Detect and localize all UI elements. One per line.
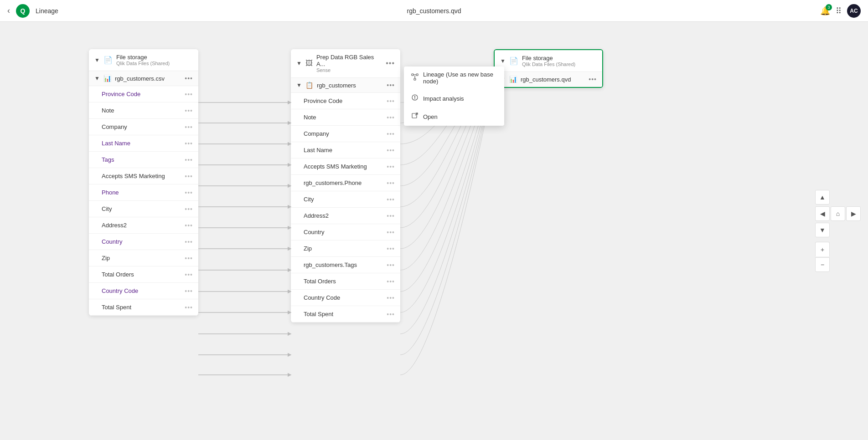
svg-rect-10 — [412, 113, 417, 118]
panel-left-collapse[interactable]: ▼ — [94, 57, 100, 63]
field-row: Note••• — [89, 102, 198, 119]
panel-right-header: ▼ 📄 File storage Qlik Data Files (Shared… — [495, 50, 602, 72]
field-name: Address2 — [102, 222, 185, 229]
panel-left-title: File storage — [116, 54, 193, 61]
field-row: Country••• — [89, 234, 198, 250]
field-row: Address2••• — [291, 208, 400, 224]
panel-mid-source-more[interactable]: ••• — [387, 82, 395, 89]
panel-mid-collapse[interactable]: ▼ — [296, 60, 302, 67]
field-row: Total Orders••• — [291, 273, 400, 290]
context-menu-impact[interactable]: Impact analysis — [404, 89, 504, 107]
nav-up-button[interactable]: ▲ — [815, 190, 830, 205]
field-name: Last Name — [102, 140, 185, 147]
field-row: Accepts SMS Marketing••• — [291, 159, 400, 175]
notifications-button[interactable]: 🔔 3 — [820, 6, 830, 16]
svg-point-9 — [414, 98, 415, 99]
panel-mid-subtitle: Sense — [316, 67, 382, 73]
context-menu-open[interactable]: Open — [404, 107, 504, 126]
panel-mid-fields: Province Code••• Note••• Company••• Last… — [291, 93, 400, 322]
field-row: Company••• — [291, 126, 400, 142]
svg-rect-4 — [414, 78, 416, 80]
field-name: Company — [102, 123, 185, 130]
field-name: Note — [304, 114, 387, 121]
field-name: Country Code — [102, 287, 185, 294]
panel-mid-file-icon: 🖼 — [305, 59, 313, 67]
panel-mid-header: ▼ 🖼 Prep Data RGB Sales A... Sense ••• — [291, 49, 400, 78]
field-row: Tags••• — [89, 152, 198, 168]
lineage-icon — [411, 73, 418, 82]
panel-left: ▼ 📄 File storage Qlik Data Files (Shared… — [89, 49, 198, 316]
panel-right-subtitle: Qlik Data Files (Shared) — [522, 61, 597, 67]
panel-mid-more[interactable]: ••• — [386, 59, 395, 67]
field-row: Total Orders••• — [89, 266, 198, 283]
zoom-out-button[interactable]: − — [815, 257, 830, 272]
panel-left-source-row: ▼ 📊 rgb_customers.csv ••• — [89, 71, 198, 86]
panel-left-source-chevron[interactable]: ▼ — [94, 75, 100, 82]
field-row: rgb_customers.Tags••• — [291, 257, 400, 273]
field-row: Accepts SMS Marketing••• — [89, 168, 198, 184]
context-menu-impact-label: Impact analysis — [423, 95, 464, 102]
open-icon — [411, 112, 418, 121]
field-row: City••• — [89, 201, 198, 217]
back-button[interactable]: ‹ — [7, 6, 10, 15]
field-name: Country Code — [304, 294, 387, 301]
field-row: Province Code••• — [291, 93, 400, 109]
nav-home-button[interactable]: ⌂ — [831, 206, 845, 221]
field-row: Address2••• — [89, 217, 198, 234]
panel-mid: ▼ 🖼 Prep Data RGB Sales A... Sense ••• ▼… — [291, 49, 400, 322]
lineage-label: Lineage — [36, 7, 58, 15]
topbar-right: 🔔 3 ⠿ AC — [820, 4, 861, 18]
field-name: rgb_customers.Phone — [304, 179, 387, 186]
field-row: City••• — [291, 191, 400, 208]
field-name: rgb_customers.Tags — [304, 261, 387, 268]
field-row: Country••• — [291, 224, 400, 240]
field-row: Last Name••• — [291, 142, 400, 159]
field-row: Zip••• — [89, 250, 198, 266]
field-name: City — [102, 205, 185, 212]
context-menu: Lineage (Use as new base node) Impact an… — [404, 67, 504, 126]
zoom-in-button[interactable]: + — [815, 242, 830, 256]
nav-left-button[interactable]: ◀ — [815, 206, 830, 221]
panel-mid-source-chevron[interactable]: ▼ — [296, 82, 302, 88]
panel-mid-title: Prep Data RGB Sales A... — [316, 54, 382, 67]
panel-left-header: ▼ 📄 File storage Qlik Data Files (Shared… — [89, 49, 198, 71]
avatar[interactable]: AC — [847, 4, 861, 18]
field-name: Phone — [102, 189, 185, 196]
panel-left-subtitle: Qlik Data Files (Shared) — [116, 61, 193, 66]
nav-controls: ▲ ◀ ⌂ ▶ ▼ + − — [815, 190, 861, 272]
panel-right-title: File storage — [522, 55, 597, 61]
panel-right-collapse[interactable]: ▼ — [500, 58, 506, 64]
svg-rect-2 — [412, 74, 413, 76]
svg-text:Q: Q — [21, 7, 26, 15]
panel-left-file-icon: 📄 — [103, 56, 113, 64]
panel-right-source-more[interactable]: ••• — [589, 76, 597, 83]
qlik-logo: Q — [16, 4, 30, 18]
field-name: Province Code — [102, 91, 185, 97]
context-menu-lineage[interactable]: Lineage (Use as new base node) — [404, 67, 504, 89]
field-row: rgb_customers.Phone••• — [291, 175, 400, 191]
field-row: Total Spent••• — [89, 299, 198, 316]
field-row: Note••• — [291, 109, 400, 126]
panel-left-source-more[interactable]: ••• — [185, 75, 193, 82]
apps-grid-button[interactable]: ⠿ — [836, 6, 842, 16]
field-row: Zip••• — [291, 240, 400, 257]
field-name: Accepts SMS Marketing — [102, 173, 185, 179]
field-name: Total Orders — [304, 278, 387, 285]
nav-down-button[interactable]: ▼ — [815, 223, 830, 237]
field-row: Province Code••• — [89, 86, 198, 102]
topbar: ‹ Q Lineage rgb_customers.qvd 🔔 3 ⠿ AC — [0, 0, 868, 22]
field-row: Phone••• — [89, 184, 198, 201]
field-name: Country — [304, 229, 387, 235]
field-name: Total Orders — [102, 271, 185, 278]
panel-right-table-icon: 📊 — [509, 76, 517, 83]
impact-icon — [411, 94, 418, 103]
nav-right-button[interactable]: ▶ — [846, 206, 861, 221]
field-name: City — [304, 196, 387, 203]
field-name: Last Name — [304, 147, 387, 153]
panel-left-table-icon: 📊 — [103, 75, 111, 82]
field-row: Country Code••• — [89, 283, 198, 299]
panel-left-fields: Province Code••• Note••• Company••• Last… — [89, 86, 198, 316]
panel-right-file-icon: 📄 — [509, 56, 518, 65]
field-name: Province Code — [304, 97, 387, 104]
field-name: Country — [102, 238, 185, 245]
